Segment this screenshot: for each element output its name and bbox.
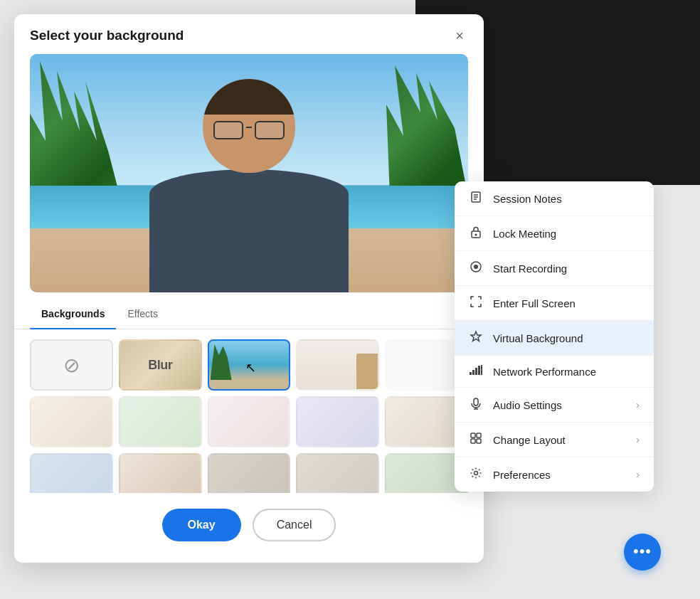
menu-item-audio-settings[interactable]: Audio Settings › <box>455 388 654 422</box>
person-glasses <box>213 120 285 140</box>
menu-label-network-performance: Network Performance <box>493 366 640 378</box>
lock-icon <box>469 226 483 241</box>
menu-label-lock-meeting: Lock Meeting <box>493 228 640 240</box>
menu-item-network-performance[interactable]: Network Performance <box>455 356 654 387</box>
menu-label-change-layout: Change Layout <box>493 434 626 446</box>
bg-room9[interactable] <box>296 453 379 493</box>
dialog-header: Select your background × <box>14 14 484 54</box>
svg-rect-17 <box>477 433 481 438</box>
svg-rect-8 <box>470 372 472 375</box>
person-hair <box>203 79 295 115</box>
session-notes-icon <box>469 191 483 206</box>
bg-room6[interactable] <box>30 453 113 493</box>
svg-rect-19 <box>477 439 481 443</box>
record-icon <box>469 260 483 276</box>
bg-room8[interactable] <box>208 453 291 493</box>
menu-item-preferences[interactable]: Preferences › <box>455 457 654 492</box>
menu-item-lock-meeting[interactable]: Lock Meeting <box>455 216 654 250</box>
svg-rect-12 <box>481 365 482 375</box>
menu-item-enter-full-screen[interactable]: Enter Full Screen <box>455 286 654 320</box>
person-head <box>203 79 295 173</box>
bg-modern[interactable] <box>296 339 379 391</box>
bg-beach[interactable]: ↖ <box>208 339 291 391</box>
video-preview <box>30 54 468 292</box>
svg-rect-10 <box>475 368 477 375</box>
svg-rect-9 <box>472 370 474 375</box>
fullscreen-icon <box>469 295 483 311</box>
audio-arrow: › <box>636 399 640 410</box>
svg-point-5 <box>475 234 477 236</box>
menu-label-session-notes: Session Notes <box>493 193 640 205</box>
layout-icon <box>469 432 483 447</box>
cancel-button[interactable]: Cancel <box>253 509 336 541</box>
menu-label-enter-full-screen: Enter Full Screen <box>493 297 640 309</box>
bg-room2[interactable] <box>119 396 202 447</box>
svg-point-20 <box>474 472 478 475</box>
network-icon <box>469 365 483 378</box>
bg-room7[interactable] <box>119 453 202 493</box>
bg-room1[interactable] <box>30 396 113 447</box>
tab-effects[interactable]: Effects <box>116 302 169 329</box>
menu-label-virtual-background: Virtual Background <box>493 332 640 344</box>
dialog-actions: Okay Cancel <box>14 493 484 541</box>
tab-backgrounds[interactable]: Backgrounds <box>30 302 116 329</box>
bg-room3[interactable] <box>208 396 291 447</box>
layout-arrow: › <box>636 434 640 445</box>
menu-item-session-notes[interactable]: Session Notes <box>455 181 654 216</box>
preferences-icon <box>469 467 483 482</box>
background-select-dialog: Select your background × Backgrounds <box>14 14 484 563</box>
menu-item-change-layout[interactable]: Change Layout › <box>455 423 654 457</box>
fab-more-button[interactable]: ••• <box>624 534 661 571</box>
tabs-container: Backgrounds Effects <box>14 292 484 329</box>
none-icon: ⊘ <box>63 354 80 377</box>
menu-item-start-recording[interactable]: Start Recording <box>455 251 654 285</box>
context-menu: Session Notes Lock Meeting Start Recordi… <box>455 181 654 492</box>
virtual-bg-icon <box>469 330 483 346</box>
glasses-right <box>255 121 285 139</box>
dialog-title: Select your background <box>30 28 184 43</box>
person-body <box>149 169 349 292</box>
person-silhouette <box>135 58 363 292</box>
svg-rect-11 <box>478 366 480 375</box>
svg-point-7 <box>474 265 478 269</box>
bg-room4[interactable] <box>296 396 379 447</box>
okay-button[interactable]: Okay <box>162 509 241 541</box>
glasses-left <box>213 121 243 139</box>
preferences-arrow: › <box>636 469 640 480</box>
svg-rect-16 <box>471 433 475 438</box>
fab-dots-icon: ••• <box>633 542 652 561</box>
glasses-bridge <box>246 127 252 128</box>
bg-blur[interactable]: Blur <box>119 339 202 391</box>
menu-label-preferences: Preferences <box>493 469 626 481</box>
blur-label: Blur <box>148 358 172 373</box>
cursor-icon: ↖ <box>245 360 256 376</box>
svg-rect-18 <box>471 439 475 443</box>
menu-label-start-recording: Start Recording <box>493 263 640 275</box>
backgrounds-grid: ⊘ Blur ↖ <box>14 329 484 493</box>
menu-label-audio-settings: Audio Settings <box>493 399 626 411</box>
bg-none[interactable]: ⊘ <box>30 339 113 391</box>
svg-rect-13 <box>474 398 478 405</box>
menu-item-virtual-background[interactable]: Virtual Background <box>455 321 654 355</box>
close-button[interactable]: × <box>451 27 468 44</box>
audio-icon <box>469 397 483 413</box>
